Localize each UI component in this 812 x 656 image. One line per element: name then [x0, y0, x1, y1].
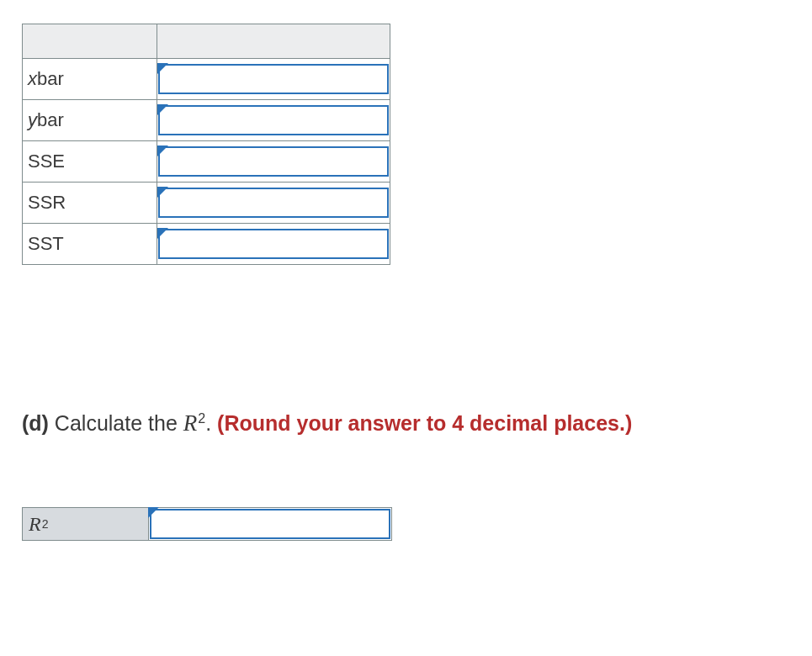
row-label-sse: SSE — [23, 141, 157, 183]
stats-header-row — [23, 24, 390, 59]
part-label: (d) — [22, 411, 49, 435]
r2-input-cell — [149, 508, 391, 540]
stats-header-blank-2 — [157, 24, 390, 59]
prompt-period: . — [205, 411, 217, 435]
row-label-sst: SST — [23, 224, 157, 265]
row-label-xbar: xbar — [23, 59, 157, 100]
stats-header-blank-1 — [23, 24, 157, 59]
row-value-cell-sse — [157, 141, 390, 183]
stats-table: xbarybarSSESSRSST — [22, 24, 390, 265]
row-value-cell-xbar — [157, 59, 390, 100]
r2-label: R2 — [23, 508, 149, 540]
row-value-cell-ssr — [157, 183, 390, 224]
row-label-ybar: ybar — [23, 100, 157, 141]
table-row: SSR — [23, 183, 390, 224]
ssr-input[interactable] — [158, 188, 389, 218]
row-label-ssr: SSR — [23, 183, 157, 224]
table-row: xbar — [23, 59, 390, 100]
r-squared-symbol: R2 — [183, 411, 205, 435]
part-d-prompt: (d) Calculate the R2. (Round your answer… — [22, 408, 790, 438]
row-value-cell-ybar — [157, 100, 390, 141]
table-row: ybar — [23, 100, 390, 141]
r2-row: R2 — [22, 507, 392, 541]
r2-input[interactable] — [150, 509, 390, 539]
prompt-hint-red: (Round your answer to 4 decimal places.) — [217, 411, 632, 435]
ybar-input[interactable] — [158, 105, 389, 135]
row-value-cell-sst — [157, 224, 390, 265]
sse-input[interactable] — [158, 146, 389, 177]
sst-input[interactable] — [158, 229, 389, 259]
xbar-input[interactable] — [158, 64, 389, 94]
table-row: SST — [23, 224, 390, 265]
table-row: SSE — [23, 141, 390, 183]
prompt-text-before: Calculate the — [49, 411, 183, 435]
